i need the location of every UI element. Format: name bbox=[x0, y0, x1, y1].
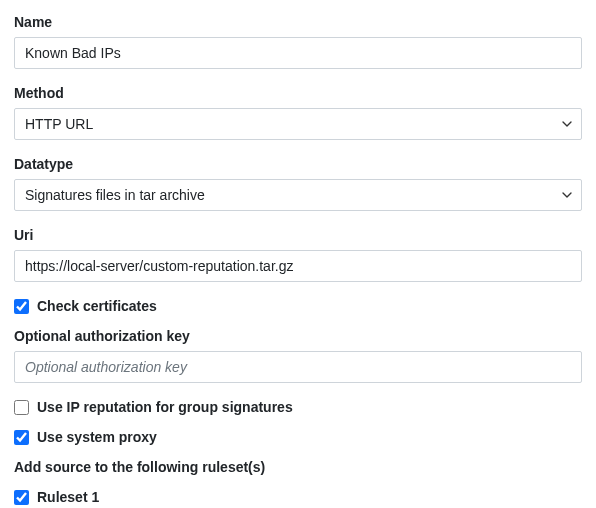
use-system-proxy-row: Use system proxy bbox=[14, 429, 582, 445]
check-certificates-row: Check certificates bbox=[14, 298, 582, 314]
uri-input[interactable] bbox=[14, 250, 582, 282]
datatype-group: Datatype Signatures files in tar archive bbox=[14, 156, 582, 211]
ruleset-1-label: Ruleset 1 bbox=[37, 489, 99, 505]
datatype-label: Datatype bbox=[14, 156, 582, 172]
name-group: Name bbox=[14, 14, 582, 69]
auth-key-group: Optional authorization key bbox=[14, 328, 582, 383]
method-group: Method HTTP URL bbox=[14, 85, 582, 140]
name-label: Name bbox=[14, 14, 582, 30]
use-ip-reputation-row: Use IP reputation for group signatures bbox=[14, 399, 582, 415]
ruleset-heading: Add source to the following ruleset(s) bbox=[14, 459, 582, 475]
method-select[interactable]: HTTP URL bbox=[14, 108, 582, 140]
method-label: Method bbox=[14, 85, 582, 101]
auth-key-label: Optional authorization key bbox=[14, 328, 582, 344]
uri-label: Uri bbox=[14, 227, 582, 243]
ruleset-1-row: Ruleset 1 bbox=[14, 489, 582, 505]
check-certificates-checkbox[interactable] bbox=[14, 299, 29, 314]
use-ip-reputation-checkbox[interactable] bbox=[14, 400, 29, 415]
ruleset-1-checkbox[interactable] bbox=[14, 490, 29, 505]
use-system-proxy-label: Use system proxy bbox=[37, 429, 157, 445]
auth-key-input[interactable] bbox=[14, 351, 582, 383]
use-system-proxy-checkbox[interactable] bbox=[14, 430, 29, 445]
use-ip-reputation-label: Use IP reputation for group signatures bbox=[37, 399, 293, 415]
check-certificates-label: Check certificates bbox=[37, 298, 157, 314]
name-input[interactable] bbox=[14, 37, 582, 69]
datatype-select[interactable]: Signatures files in tar archive bbox=[14, 179, 582, 211]
uri-group: Uri bbox=[14, 227, 582, 282]
